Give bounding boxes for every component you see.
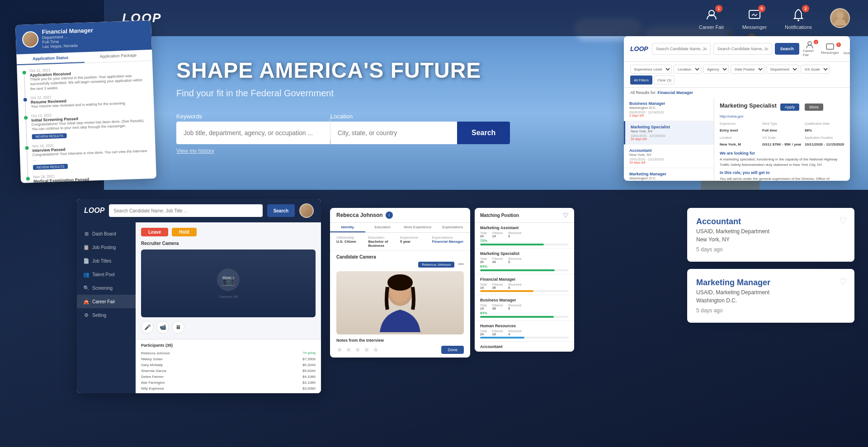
filter-department[interactable]: Department [766, 65, 799, 74]
star-1[interactable]: ★ [336, 345, 343, 354]
hero-content: SHAPE AMERICA'S FUTURE Find your fit in … [176, 59, 510, 154]
keywords-input[interactable] [176, 122, 330, 144]
matching-positions-card: Matching Position ♡ Marketing Assistant … [475, 208, 574, 352]
screen-share-button[interactable]: 🖥 [172, 321, 184, 334]
search-form: Keywords Location Search [176, 113, 510, 144]
user-avatar[interactable] [830, 8, 850, 28]
app-user-photo [22, 31, 38, 47]
search-card-messenger[interactable]: Messenger 5 [821, 43, 839, 55]
matching-item: Accountant [475, 342, 574, 352]
candidate-header: Rebecca Johnson i [330, 208, 470, 223]
progress-bar [480, 269, 569, 271]
star-rating: ★ ★ ★ ★ ★ [336, 345, 379, 354]
detail-work-type: Work Type Full time [762, 122, 802, 133]
matching-heart-icon[interactable]: ♡ [563, 212, 569, 219]
participant-item: Sheena Lean $2,0080 [141, 391, 316, 393]
matching-item: Business Manager Total14 Filtered38 Rece… [475, 295, 574, 321]
more-button[interactable]: More [805, 104, 823, 111]
accountant-title: Accountant [696, 217, 845, 226]
candidate-tab-identity[interactable]: Identity [330, 223, 365, 232]
result-item[interactable]: Accountant New York, NY 10/01/2020 - 12/… [624, 145, 714, 168]
candidate-tab-education[interactable]: Education [365, 223, 401, 232]
search-card-notifications[interactable]: Notifications 2 [844, 43, 850, 55]
participant-item: Nikkey Golan $7,3500 [141, 356, 316, 362]
cf-camera-controls: 🎤 📹 🖥 [141, 321, 316, 334]
cf-nav-career-fair[interactable]: 🎪 Career Fair [77, 295, 136, 308]
review-results-btn-2[interactable]: REVIEW RESULTS [33, 164, 68, 170]
career-fair-nav-icon: 🎪 [83, 298, 90, 305]
application-status-card: Financial Manager Department ... Full-Ti… [15, 20, 156, 183]
search-button[interactable]: Search [457, 122, 510, 144]
cf-nav-dashboard[interactable]: ⊞ Dash Board [77, 227, 136, 240]
nav-messenger[interactable]: 5 Messenger [742, 7, 767, 30]
timeline-item: Oct 12, 2021 Initial Screening Passed Co… [24, 110, 150, 140]
star-3[interactable]: ★ [354, 345, 361, 354]
result-item[interactable]: Marketing Manager Washington D.C. 10/01/… [624, 168, 714, 181]
filter-location[interactable]: Location [674, 65, 701, 74]
timeline-item: Oct 12, 2021 Application Received Thank … [22, 65, 148, 92]
nav-career-fair[interactable]: 1 Career Fair [699, 7, 724, 30]
result-item[interactable]: Business Manager Washington D.C. 09/26/2… [624, 98, 714, 121]
candidate-camera-name-badge: Rebecca Johnson [418, 262, 454, 268]
in-role-body: You will serve under the general supervi… [720, 176, 844, 181]
filter-gs[interactable]: GS Scale [801, 65, 830, 74]
camera-options-button[interactable]: ••• [458, 261, 464, 268]
hold-button[interactable]: Hold [172, 228, 196, 236]
accountant-save-button[interactable]: ♡ [839, 215, 847, 226]
search-mini-keywords[interactable] [652, 43, 711, 55]
all-filters-button[interactable]: All Filters [630, 75, 652, 85]
cf-search-button[interactable]: Search [267, 204, 295, 217]
search-card-inputs: Search [652, 43, 799, 55]
leave-button[interactable]: Leave [141, 228, 168, 236]
filter-date[interactable]: Date Posted [731, 65, 764, 74]
cf-nav-job-posting[interactable]: 📋 Job Posting [77, 240, 136, 254]
detail-job-title: Marketing Specialist [720, 102, 777, 109]
matching-header: Matching Position ♡ [475, 208, 574, 223]
search-mini-button[interactable]: Search [775, 43, 799, 55]
job-posting-icon: 📋 [83, 244, 90, 250]
dashboard-icon: ⊞ [83, 231, 90, 237]
svg-point-15 [836, 12, 844, 19]
apply-button[interactable]: Apply [780, 104, 800, 111]
filter-agency[interactable]: Agency [703, 65, 729, 74]
star-5[interactable]: ★ [373, 345, 379, 354]
nav-notifications[interactable]: 2 Notifications [785, 7, 812, 30]
accountant-time: 5 days ago [696, 246, 845, 253]
cf-nav-screening[interactable]: 🔍 Screening [77, 281, 136, 295]
cf-nav-job-titles[interactable]: 📄 Job Titles [77, 254, 136, 268]
review-results-btn-1[interactable]: REVIEW RESULTS [32, 133, 67, 140]
detail-url[interactable]: http://usha.gov [720, 114, 844, 118]
progress-bar [480, 290, 569, 292]
search-mini-location[interactable] [713, 43, 772, 55]
cf-recruiter-area: Leave Hold Recruiter Camera 📷 Camera Off [136, 222, 321, 339]
cf-search-input[interactable] [109, 204, 262, 217]
messenger-badge: 5 [758, 5, 765, 12]
result-item-active[interactable]: Marketing Specialist New York, NY 10/01/… [624, 121, 714, 145]
candidate-tab-work[interactable]: Work Experience [400, 223, 435, 232]
marketing-manager-save-button[interactable]: ♡ [839, 276, 847, 287]
job-titles-icon: 📄 [83, 258, 90, 264]
star-4[interactable]: ★ [363, 345, 370, 354]
looking-for-title: We are looking for [720, 151, 844, 155]
filter-experience[interactable]: Experience Level [630, 65, 672, 74]
mic-button[interactable]: 🎤 [141, 321, 154, 334]
star-2[interactable]: ★ [345, 345, 352, 354]
cf-avatar[interactable] [299, 203, 314, 218]
done-button[interactable]: Done [441, 346, 464, 354]
location-input[interactable] [330, 122, 457, 144]
search-card-career-fair[interactable]: Career Fair 1 [803, 41, 816, 57]
clear-filters-button[interactable]: Clear (3) [654, 75, 675, 85]
cf-nav-setting[interactable]: ⚙ Setting [77, 308, 136, 322]
cf-nav-talent-pool[interactable]: 👥 Talent Pool [77, 268, 136, 281]
view-history-link[interactable]: View my history [176, 148, 510, 154]
candidate-tab-expectations[interactable]: Expectations [435, 223, 471, 232]
cf-sidebar: ⊞ Dash Board 📋 Job Posting 📄 Job Titles … [77, 222, 136, 393]
hero-nav: 1 Career Fair 5 Messenger [699, 7, 850, 30]
notifications-badge: 2 [802, 5, 809, 12]
location-label: Location [330, 113, 457, 120]
filter-row: Experience Level Location Agency Date Po… [624, 62, 850, 88]
messenger-label: Messenger [742, 24, 767, 30]
camera-button[interactable]: 📹 [156, 321, 169, 334]
cf-participants: Participants (35) Rebecca Johnson I'm go… [136, 339, 321, 393]
progress-bar [480, 316, 569, 318]
